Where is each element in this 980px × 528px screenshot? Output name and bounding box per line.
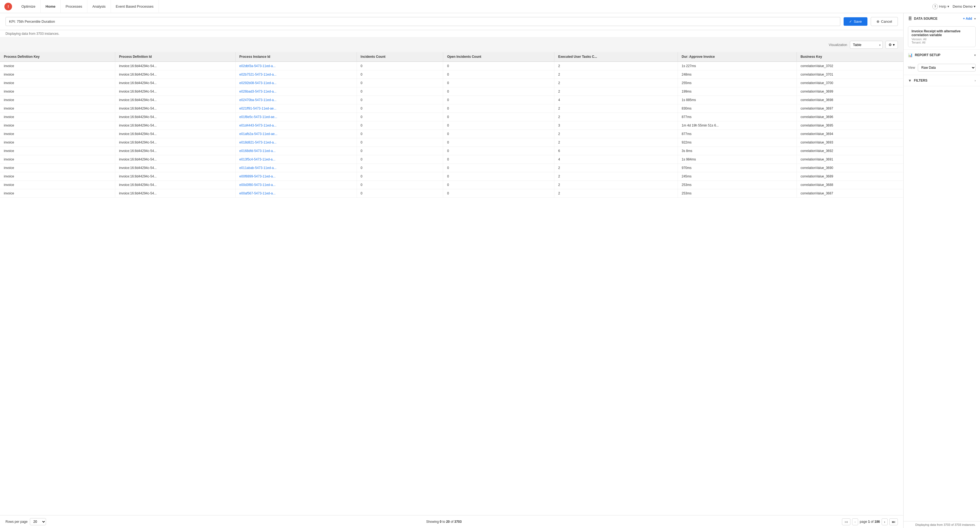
- report-setup-chevron-icon: ▾: [974, 54, 975, 57]
- settings-gear-icon: ⚙: [889, 43, 892, 47]
- table-cell: correlationValue_3690: [797, 164, 903, 172]
- table-cell: 0: [443, 96, 554, 104]
- chart-icon: 📊: [908, 53, 913, 57]
- col-process-def-key: Process Definition Key: [0, 52, 115, 62]
- help-button[interactable]: ? Help ▾: [932, 4, 949, 9]
- rows-per-page-label: Rows per page: [5, 520, 28, 523]
- prev-page-button[interactable]: ‹: [852, 518, 858, 525]
- save-button[interactable]: ✓ Save: [843, 17, 867, 26]
- table-cell[interactable]: e00d3f80-5473-11ed-a...: [235, 181, 356, 189]
- table-row: invoiceinvoice:16:8d44294c-54...e0168dfd…: [0, 147, 903, 155]
- table-cell[interactable]: e0168dfd-5473-11ed-a...: [235, 147, 356, 155]
- table-cell: 0: [443, 147, 554, 155]
- table-row: invoiceinvoice:16:8d44294c-54...e01afb2a…: [0, 130, 903, 138]
- table-cell: 3: [554, 121, 678, 130]
- nav-optimize[interactable]: Optimize: [16, 0, 41, 13]
- table-cell: 0: [443, 189, 554, 198]
- viz-select-wrap: Table ▾: [850, 41, 883, 49]
- table-cell: 1s 227ms: [678, 62, 797, 70]
- table-row: invoiceinvoice:16:8d44294c-54...e01f8e5c…: [0, 113, 903, 121]
- first-page-button[interactable]: ⏮: [842, 518, 850, 525]
- table-cell: 2: [554, 79, 678, 87]
- cancel-label: Cancel: [881, 19, 892, 24]
- table-cell[interactable]: e011abab-5473-11ed-a...: [235, 164, 356, 172]
- viz-area: Visualization Table ▾ ⚙ ▾ Proce: [0, 38, 903, 528]
- data-source-header[interactable]: 🗄 DATA SOURCE + Add ▾: [904, 13, 980, 24]
- table-cell[interactable]: e02b7521-5473-11ed-a...: [235, 70, 356, 79]
- table-cell[interactable]: e0292b08-5473-11ed-a...: [235, 79, 356, 87]
- user-chevron-icon: ▾: [974, 5, 975, 8]
- kpi-input[interactable]: [5, 17, 840, 26]
- cancel-button[interactable]: ⊗ Cancel: [871, 17, 898, 26]
- nav-home[interactable]: Home: [41, 0, 60, 13]
- table-cell: 253ms: [678, 189, 797, 198]
- table-cell: 0: [443, 70, 554, 79]
- table-cell: 0: [443, 87, 554, 96]
- filters-header[interactable]: ▼ FILTERS ›: [904, 75, 980, 86]
- table-cell: 0: [443, 104, 554, 113]
- nav-analysis[interactable]: Analysis: [88, 0, 111, 13]
- next-page-button[interactable]: ›: [882, 518, 888, 525]
- table-cell: invoice:16:8d44294c-54...: [115, 79, 235, 87]
- col-incidents-count: Incidents Count: [356, 52, 443, 62]
- save-label: Save: [854, 19, 862, 24]
- viz-type-select[interactable]: Table: [850, 41, 883, 49]
- nav-processes[interactable]: Processes: [60, 0, 88, 13]
- table-cell[interactable]: e021ff91-5473-11ed-ae...: [235, 104, 356, 113]
- report-setup-header[interactable]: 📊 REPORT SETUP ▾: [904, 49, 980, 60]
- table-cell[interactable]: e00af567-5473-11ed-a...: [235, 189, 356, 198]
- sidebar-bottom-bar: Displaying data from 3703 of 3703 instan…: [904, 521, 980, 528]
- datasource-card: Invoice Receipt with alternative correla…: [908, 26, 975, 47]
- add-datasource-button[interactable]: + Add: [963, 17, 972, 21]
- cancel-x-icon: ⊗: [877, 19, 880, 24]
- table-cell: invoice: [0, 70, 115, 79]
- table-cell: 0: [356, 70, 443, 79]
- datasource-title: Invoice Receipt with alternative correla…: [912, 29, 972, 37]
- table-cell: invoice:16:8d44294c-54...: [115, 181, 235, 189]
- table-cell[interactable]: e02dbf3a-5473-11ed-a...: [235, 62, 356, 70]
- table-row: invoiceinvoice:16:8d44294c-54...e02470ba…: [0, 96, 903, 104]
- help-chevron-icon: ▾: [947, 5, 949, 8]
- current-page: 1: [868, 520, 870, 523]
- table-cell[interactable]: e02470ba-5473-11ed-a...: [235, 96, 356, 104]
- viz-settings-button[interactable]: ⚙ ▾: [886, 41, 898, 49]
- table-cell[interactable]: e01d4443-5473-11ed-a...: [235, 121, 356, 130]
- table-cell: invoice: [0, 96, 115, 104]
- user-menu[interactable]: Demo Demo ▾: [953, 5, 975, 8]
- main-layout: ✓ Save ⊗ Cancel Displaying data from 370…: [0, 13, 980, 528]
- table-cell[interactable]: e026bad3-5473-11ed-a...: [235, 87, 356, 96]
- table-cell[interactable]: e013f5c4-5473-11ed-a...: [235, 155, 356, 164]
- last-page-button[interactable]: ⏭: [889, 518, 898, 525]
- table-cell: invoice:16:8d44294c-54...: [115, 164, 235, 172]
- table-row: invoiceinvoice:16:8d44294c-54...e0292b08…: [0, 79, 903, 87]
- table-cell: invoice:16:8d44294c-54...: [115, 104, 235, 113]
- rows-per-page-select[interactable]: 20 50 100: [30, 518, 46, 525]
- view-select[interactable]: Raw Data: [918, 64, 975, 72]
- table-cell: invoice:16:8d44294c-54...: [115, 121, 235, 130]
- table-cell: 4: [554, 155, 678, 164]
- table-cell: 0: [356, 87, 443, 96]
- table-cell: 2: [554, 189, 678, 198]
- table-cell[interactable]: e01afb2a-5473-11ed-ae...: [235, 130, 356, 138]
- table-cell: 2: [554, 130, 678, 138]
- table-cell: invoice: [0, 138, 115, 147]
- viz-label: Visualization: [829, 43, 847, 47]
- nav-event-based[interactable]: Event Based Processes: [111, 0, 159, 13]
- table-cell: 0: [356, 138, 443, 147]
- data-source-section: 🗄 DATA SOURCE + Add ▾ Invoice Receipt wi…: [904, 13, 980, 49]
- filters-title-row: ▼ FILTERS: [908, 78, 928, 83]
- table-row: invoiceinvoice:16:8d44294c-54...e00f8899…: [0, 172, 903, 181]
- table-row: invoiceinvoice:16:8d44294c-54...e02b7521…: [0, 70, 903, 79]
- col-process-def-id: Process Definition Id: [115, 52, 235, 62]
- table-cell: 2: [554, 138, 678, 147]
- table-cell: 0: [443, 79, 554, 87]
- table-cell[interactable]: e018d821-5473-11ed-a...: [235, 138, 356, 147]
- table-cell: 2: [554, 87, 678, 96]
- col-open-incidents-count: Open Incidents Count: [443, 52, 554, 62]
- table-cell: correlationValue_3693: [797, 138, 903, 147]
- table-cell: 3s 8ms: [678, 147, 797, 155]
- table-cell: 830ms: [678, 104, 797, 113]
- table-cell[interactable]: e01f8e5c-5473-11ed-ae...: [235, 113, 356, 121]
- table-cell[interactable]: e00f8899-5473-11ed-a...: [235, 172, 356, 181]
- table-row: invoiceinvoice:16:8d44294c-54...e00af567…: [0, 189, 903, 198]
